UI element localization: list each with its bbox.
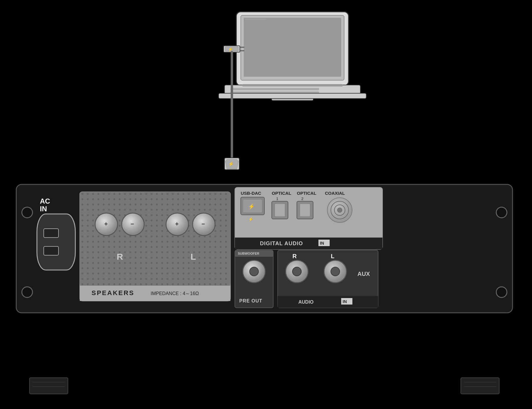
optical1-label: OPTICAL — [272, 191, 291, 196]
ac-in-label: AC — [40, 197, 50, 205]
svg-point-24 — [496, 207, 507, 218]
svg-rect-52 — [275, 204, 285, 217]
svg-rect-9 — [219, 93, 366, 99]
aux-label: AUX — [357, 271, 370, 277]
svg-text:⚡: ⚡ — [228, 161, 234, 167]
svg-point-23 — [22, 287, 32, 297]
svg-rect-59 — [235, 238, 383, 249]
svg-rect-29 — [44, 246, 58, 255]
svg-rect-6 — [230, 88, 319, 90]
digital-in-badge: IN — [320, 241, 324, 246]
rca-r-label: R — [292, 253, 297, 259]
svg-rect-10 — [242, 84, 343, 86]
svg-point-25 — [496, 287, 507, 297]
subwoofer-label: SUBWOOFER — [238, 252, 259, 255]
svg-text:L: L — [191, 252, 196, 261]
svg-rect-70 — [278, 296, 378, 308]
audio-label: AUDIO — [298, 300, 314, 305]
amp-back-panel: AC IN + − — [16, 184, 513, 313]
svg-point-67 — [292, 267, 301, 276]
usb-b-connector: ⚡ — [224, 158, 239, 170]
svg-rect-33 — [80, 192, 230, 286]
speakers-label: SPEAKERS — [92, 289, 134, 297]
svg-text:⚡: ⚡ — [248, 203, 255, 210]
digital-audio-label: DIGITAL AUDIO — [260, 241, 303, 246]
svg-text:+: + — [104, 221, 108, 227]
usb-dac-label: USB-DAC — [241, 191, 261, 196]
optical2-num: 2 — [301, 197, 303, 201]
svg-text:−: − — [131, 221, 134, 227]
svg-text:IN: IN — [40, 205, 47, 213]
laptop-illustration — [219, 12, 366, 100]
svg-rect-72 — [30, 378, 68, 394]
svg-point-22 — [22, 207, 32, 218]
svg-text:R: R — [117, 252, 123, 261]
svg-point-64 — [250, 267, 258, 276]
svg-text:⚡: ⚡ — [248, 217, 253, 222]
svg-point-58 — [337, 208, 342, 212]
svg-rect-3 — [244, 18, 341, 77]
audio-in-badge: IN — [343, 299, 347, 304]
svg-text:+: + — [175, 221, 179, 227]
pre-out-label: PRE OUT — [239, 298, 262, 303]
impedance-label: IMPEDANCE : 4～16Ω — [151, 291, 199, 296]
coaxial-label: COAXIAL — [325, 191, 345, 196]
svg-rect-28 — [44, 229, 58, 238]
svg-rect-27 — [37, 214, 75, 270]
svg-rect-54 — [300, 204, 310, 217]
svg-point-69 — [331, 267, 340, 276]
rca-l-label: L — [331, 253, 334, 259]
optical1-num: 1 — [276, 197, 278, 201]
svg-rect-75 — [461, 378, 499, 394]
svg-text:−: − — [201, 221, 205, 227]
optical2-label: OPTICAL — [297, 191, 316, 196]
diagram-container: ⚡ ⚡ AC IN — [0, 0, 532, 409]
